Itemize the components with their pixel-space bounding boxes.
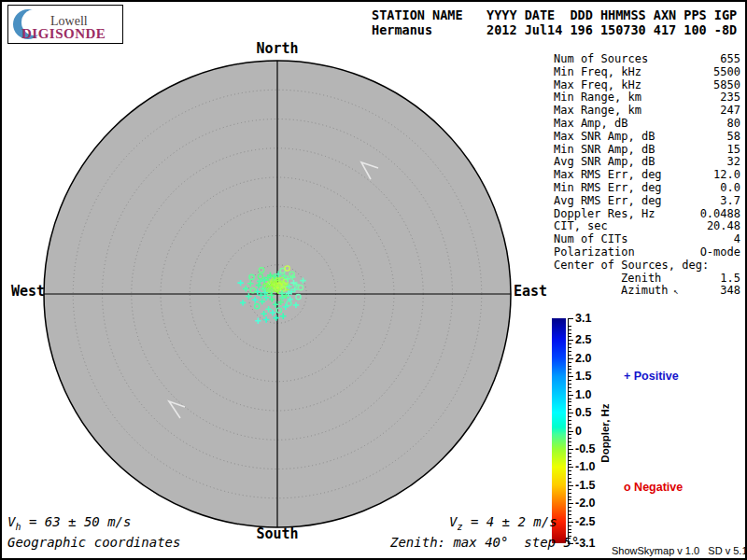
colorbar-major-tick	[568, 522, 573, 523]
colorbar-minor-tick	[568, 482, 571, 483]
positive-doppler-legend: + Positive	[624, 370, 679, 383]
measurement-stats-panel: Num of Sources655Min Freq, kHz5500Max Fr…	[554, 53, 740, 298]
stat-value: 58	[727, 131, 740, 144]
stat-row: Max Freq, kHz5850	[554, 79, 740, 92]
stat-row: Max Amp, dB80	[554, 118, 740, 131]
colorbar-tick-label: -2.0	[575, 497, 596, 510]
stat-value: O-mode	[700, 246, 740, 259]
stat-value: 20.48	[707, 220, 740, 233]
colorbar-title: Doppler, Hz	[599, 403, 611, 462]
stat-row: Min SNR Amp, dB15	[554, 144, 740, 157]
stat-row: PolarizationO-mode	[554, 246, 740, 259]
colorbar-minor-tick	[568, 470, 571, 471]
colorbar-tick-label: 0	[575, 425, 582, 438]
stat-label: Zenith	[621, 273, 661, 286]
stat-value: 5850	[713, 79, 740, 92]
stat-value: 0.0	[720, 182, 740, 195]
stat-value: 5500	[713, 66, 740, 79]
stat-label: Doppler Res, Hz	[554, 208, 655, 221]
colorbar-minor-tick	[568, 464, 571, 465]
colorbar-major-tick	[568, 449, 573, 450]
stat-label: Num of Sources	[554, 53, 648, 66]
stat-label: Min RMS Err, deg	[554, 182, 662, 195]
negative-doppler-legend: o Negative	[624, 481, 683, 494]
stat-label: Avg RMS Err, deg	[554, 195, 662, 208]
stat-row: Azimuth ↖348	[554, 285, 740, 298]
colorbar-major-tick	[568, 318, 573, 319]
colorbar-minor-tick	[568, 405, 571, 406]
horizontal-velocity-readout: Vh = 63 ± 50 m/s	[7, 514, 131, 532]
colorbar-minor-tick	[568, 336, 571, 337]
colorbar-minor-tick	[568, 420, 571, 421]
stat-row: Max SNR Amp, dB58	[554, 131, 740, 144]
colorbar-tick-label: -1.5	[575, 479, 596, 492]
colorbar-minor-tick	[568, 441, 571, 442]
coordinate-system-label: Geographic coordinates	[7, 535, 180, 550]
skymap-screen: Lowell DIGISONDE STATION NAME YYYY DATE …	[0, 0, 747, 560]
stat-row: Min RMS Err, deg0.0	[554, 182, 740, 195]
colorbar-minor-tick	[568, 369, 571, 370]
colorbar-minor-tick	[568, 529, 571, 530]
vertical-velocity-readout: Vz = 4 ± 2 m/s	[449, 514, 557, 532]
zenith-scale-note: Zenith: max 40° step 5°	[390, 535, 579, 550]
stat-label: Min Freq, kHz	[554, 66, 641, 79]
colorbar-tick-label: 2.0	[575, 352, 591, 365]
stat-value: 12.0	[713, 169, 740, 182]
compass-north-label: North	[256, 40, 298, 57]
colorbar-minor-tick	[568, 343, 571, 344]
stat-value: 32	[727, 156, 740, 169]
stat-row: Min Range, km235	[554, 91, 740, 105]
colorbar-tick-label: 1.5	[575, 370, 591, 383]
colorbar-major-tick	[568, 376, 573, 377]
stat-value: 15	[727, 144, 740, 157]
stat-row: Avg RMS Err, deg3.7	[554, 195, 740, 208]
colorbar-minor-tick	[568, 514, 571, 515]
stat-value: 80	[727, 118, 740, 131]
colorbar-major-tick	[568, 340, 573, 341]
stat-label: Max Range, km	[554, 105, 641, 118]
stat-value: 4	[734, 233, 740, 246]
colorbar-minor-tick	[568, 351, 571, 352]
colorbar-minor-tick	[568, 532, 571, 533]
colorbar-minor-tick	[568, 427, 571, 428]
colorbar-tick-label: -1.0	[575, 460, 596, 473]
stat-row: Center of Sources, deg:	[554, 259, 740, 273]
software-version-label: ShowSkymap v 1.0 SD v 5.1	[612, 545, 747, 556]
header-station-value: Hermanus	[372, 22, 432, 37]
stat-label: Max Amp, dB	[554, 118, 627, 131]
stat-row: Max Range, km247	[554, 105, 740, 118]
stat-label: Max Freq, kHz	[554, 79, 641, 92]
stat-row: CIT, sec20.48	[554, 220, 740, 233]
colorbar-major-tick	[568, 431, 573, 432]
colorbar-minor-tick	[568, 518, 571, 519]
stat-value: 0.0488	[700, 208, 740, 221]
colorbar-minor-tick	[568, 372, 571, 373]
colorbar-major-tick	[568, 485, 573, 486]
stat-label: Max RMS Err, deg	[554, 169, 662, 182]
colorbar-minor-tick	[568, 456, 571, 457]
colorbar-minor-tick	[568, 453, 571, 454]
colorbar-minor-tick	[568, 489, 571, 490]
stat-value: 235	[720, 91, 740, 105]
stat-row: Max RMS Err, deg12.0	[554, 169, 740, 182]
colorbar-major-tick	[568, 358, 573, 359]
stat-label: Min SNR Amp, dB	[554, 144, 655, 157]
colorbar-tick-label: -0.5	[575, 442, 596, 455]
stat-row: Num of Sources655	[554, 53, 740, 66]
colorbar-minor-tick	[568, 497, 571, 497]
compass-east-label: East	[514, 283, 547, 300]
colorbar-tick-label: 0.5	[575, 406, 591, 419]
logo-text-digisonde: DIGISONDE	[21, 26, 106, 42]
colorbar-minor-tick	[568, 478, 571, 479]
colorbar-tick-label: 2.5	[575, 333, 591, 346]
colorbar-tick-label: -2.5	[575, 515, 596, 528]
colorbar-tick-label: 1.0	[575, 388, 591, 401]
compass-south-label: South	[256, 525, 298, 542]
colorbar-minor-tick	[568, 362, 571, 363]
colorbar-minor-tick	[568, 366, 571, 367]
colorbar-minor-tick	[568, 525, 571, 526]
colorbar-minor-tick	[568, 438, 571, 439]
compass-west-label: West	[9, 283, 45, 300]
colorbar-minor-tick	[568, 326, 571, 327]
colorbar-minor-tick	[568, 499, 571, 500]
